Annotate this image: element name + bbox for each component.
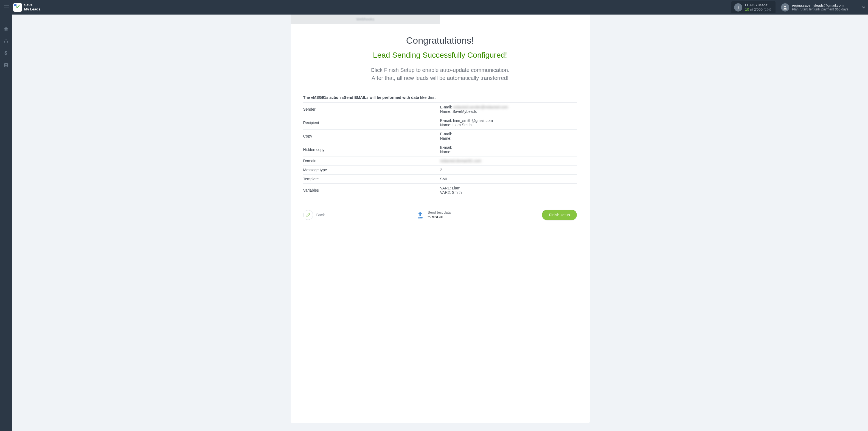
pencil-icon xyxy=(303,210,313,220)
review-label: The «MSG91» action «Send EMAIL» will be … xyxy=(303,95,577,100)
table-row: Domain redacted.domain91.com xyxy=(303,156,577,165)
table-row: Sender E-mail: redacted.sender@redacted.… xyxy=(303,103,577,116)
send-destination: MSG91 xyxy=(432,215,444,219)
main: Congratulations! Lead Sending Successful… xyxy=(290,24,590,229)
usage-box[interactable]: LEADS usage: 10 of 2'000 (1%) xyxy=(731,1,776,13)
svg-rect-5 xyxy=(7,42,8,42)
row-val: E-mail: liam_smith@gmail.com Name: Liam … xyxy=(440,116,577,130)
content: Webhooks Congratulations! Lead Sending S… xyxy=(12,14,868,431)
account-email: regina.savemyleads@gmail.com xyxy=(792,3,848,8)
logo-corner xyxy=(14,4,17,6)
subhead: Lead Sending Successfully Configured! xyxy=(303,51,577,60)
usage-label: LEADS usage: xyxy=(745,3,771,7)
account-text: regina.savemyleads@gmail.com Plan |Start… xyxy=(792,3,848,11)
row-key: Variables xyxy=(303,184,440,197)
send-test-text: Send test data to MSG91 xyxy=(428,210,451,220)
svg-rect-1 xyxy=(738,7,739,8)
svg-point-8 xyxy=(5,64,7,65)
upload-icon xyxy=(416,211,424,219)
table-row: Hidden copy E-mail: Name: xyxy=(303,143,577,156)
logo[interactable]: Save My Leads. xyxy=(13,3,41,12)
send-test-button[interactable]: Send test data to MSG91 xyxy=(416,210,451,220)
table-row: Recipient E-mail: liam_smith@gmail.com N… xyxy=(303,116,577,130)
row-key: Copy xyxy=(303,130,440,143)
footer-row: Back Send test data to MSG91 Finish setu… xyxy=(303,210,577,220)
row-val: E-mail: Name: xyxy=(440,143,577,156)
usage-used: 10 xyxy=(745,7,749,11)
usage-pct: (1%) xyxy=(764,7,771,11)
row-key: Domain xyxy=(303,156,440,165)
sidebar-item-home[interactable] xyxy=(0,23,12,35)
row-val: SML xyxy=(440,175,577,184)
row-key: Sender xyxy=(303,103,440,116)
svg-rect-4 xyxy=(4,42,5,42)
topbar-right: LEADS usage: 10 of 2'000 (1%) regina.sav… xyxy=(731,1,865,13)
chevron-down-icon[interactable] xyxy=(862,5,865,9)
desc-line1: Click Finish Setup to enable auto-update… xyxy=(371,67,509,73)
account-box[interactable]: regina.savemyleads@gmail.com Plan |Start… xyxy=(781,3,848,11)
table-row: Variables VAR1: Liam VAR2: Smith xyxy=(303,184,577,197)
svg-rect-10 xyxy=(418,217,419,218)
svg-point-0 xyxy=(738,6,739,7)
row-key: Recipient xyxy=(303,116,440,130)
send-line1: Send test data xyxy=(428,210,451,215)
row-key: Hidden copy xyxy=(303,143,440,156)
sidebar-item-billing[interactable]: $ xyxy=(0,47,12,59)
row-val: VAR1: Liam VAR2: Smith xyxy=(440,184,577,197)
row-key: Message type xyxy=(303,165,440,175)
row-val: redacted.domain91.com xyxy=(440,156,577,165)
topbar-left: Save My Leads. xyxy=(3,3,41,12)
back-button[interactable]: Back xyxy=(303,210,325,220)
logo-text: Save My Leads. xyxy=(24,3,41,11)
card: Webhooks Congratulations! Lead Sending S… xyxy=(290,14,590,423)
row-val: E-mail: redacted.sender@redacted.com Nam… xyxy=(440,103,577,116)
usage-of: of xyxy=(750,7,753,11)
usage-text: LEADS usage: 10 of 2'000 (1%) xyxy=(745,3,771,11)
hamburger-icon[interactable] xyxy=(3,3,10,12)
svg-rect-3 xyxy=(6,39,7,40)
svg-point-2 xyxy=(784,6,786,7)
description: Click Finish Setup to enable auto-update… xyxy=(303,66,577,82)
svg-rect-11 xyxy=(420,217,420,218)
sidebar-item-account[interactable] xyxy=(0,59,12,71)
table-row: Message type 2 xyxy=(303,165,577,175)
tab-destination[interactable]: Webhooks xyxy=(290,14,440,24)
back-label: Back xyxy=(316,213,325,217)
sidebar: $ xyxy=(0,14,12,431)
table-row: Copy E-mail: Name: xyxy=(303,130,577,143)
svg-text:$: $ xyxy=(4,50,7,56)
info-icon xyxy=(734,3,742,11)
tab-current[interactable] xyxy=(440,14,590,24)
avatar-icon xyxy=(781,3,789,11)
sidebar-item-connections[interactable] xyxy=(0,35,12,47)
logo-badge xyxy=(13,3,22,12)
table-row: Template SML xyxy=(303,175,577,184)
desc-line2: After that, all new leads will be automa… xyxy=(372,75,508,81)
headline: Congratulations! xyxy=(303,35,577,46)
row-val: 2 xyxy=(440,165,577,175)
review-table: Sender E-mail: redacted.sender@redacted.… xyxy=(303,102,577,197)
row-key: Template xyxy=(303,175,440,184)
row-val: E-mail: Name: xyxy=(440,130,577,143)
logo-text-line1: Save xyxy=(24,3,41,7)
logo-text-line2: My Leads. xyxy=(24,7,41,11)
tabs-row: Webhooks xyxy=(290,14,590,24)
finish-setup-button[interactable]: Finish setup xyxy=(542,210,577,220)
usage-total: 2'000 xyxy=(754,7,762,11)
account-plan: Plan |Start| left until payment 365 days xyxy=(792,7,848,11)
topbar: Save My Leads. LEADS usage: 10 of 2'000 … xyxy=(0,0,868,14)
